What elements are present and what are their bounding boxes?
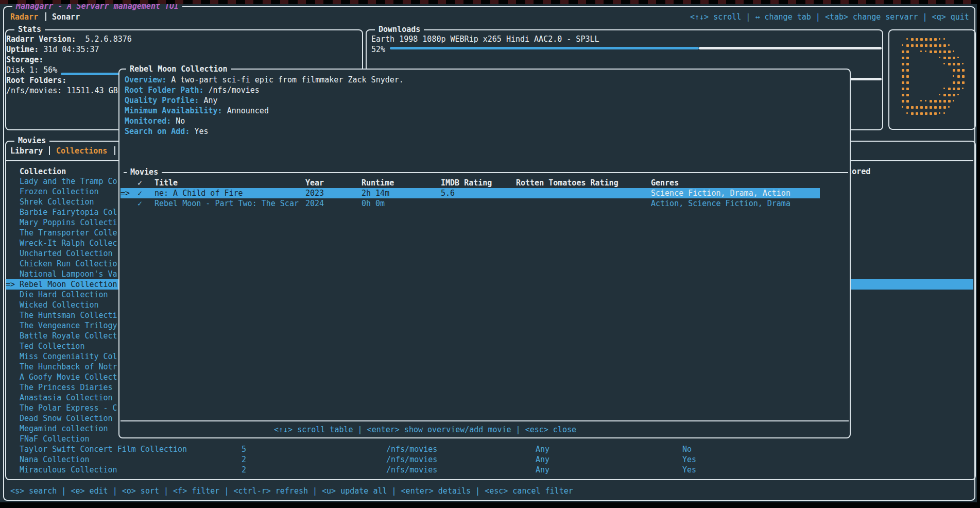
collection-list-item[interactable]: The Transporter Colle	[20, 228, 117, 238]
selected-movie-prefix: =>	[121, 188, 130, 198]
cell-root-folder: /nfs/movies	[386, 444, 437, 454]
collection-list-item[interactable]: Ted Collection	[20, 341, 84, 351]
collection-list-item[interactable]: Die Hard Collection	[20, 290, 108, 300]
cell-quality-profile: Any	[536, 465, 549, 475]
stats-version-label: Radarr Version:	[6, 35, 76, 44]
stats-version-value: 5.2.6.8376	[85, 35, 131, 44]
movie-row2-check: ✓	[137, 198, 142, 209]
stats-disk-line: Disk 1: 56%	[6, 65, 57, 75]
collection-list-item[interactable]: Dead Snow Collection	[20, 413, 113, 424]
tab-divider	[45, 12, 46, 21]
selected-collection-label[interactable]: Rebel Moon Collection	[20, 279, 117, 290]
cell-root-folder: /nfs/movies	[386, 465, 437, 475]
downloads-panel-title: Downloads	[375, 24, 424, 35]
movies-header-title: Title	[154, 178, 178, 188]
modal-field: Monitored:No	[125, 116, 185, 126]
modal-movies-rule	[124, 172, 848, 173]
collection-list-item[interactable]: Chicken Run Collectio	[20, 259, 117, 269]
tab-sonarr[interactable]: Sonarr	[52, 12, 80, 22]
movie-row2-year: 2024	[305, 198, 324, 209]
modal-field-label: Root Folder Path:	[125, 86, 204, 95]
modal-field-value: /nfs/movies	[209, 86, 260, 95]
modal-field-value: A two-part sci-fi epic from filmmaker Za…	[171, 75, 404, 84]
download-progressbar-empty	[699, 47, 882, 49]
cell-monitored: Yes	[682, 454, 696, 465]
modal-field-value: Announced	[227, 106, 269, 115]
selected-movie-genres: Science Fiction, Drama, Action	[651, 188, 790, 198]
selected-movie-imdb: 5.6	[441, 188, 455, 198]
modal-field-value: No	[176, 116, 185, 126]
movies-header-imdb: IMDB Rating	[441, 178, 492, 188]
selected-movie-title[interactable]: ne: A Child of Fire	[154, 188, 243, 198]
collection-list-item[interactable]: Frozen Collection	[20, 187, 99, 197]
cell-collection-name: Taylor Swift Concert Film Collection	[20, 444, 187, 454]
collection-list-item[interactable]: National Lampoon's Va	[20, 269, 117, 279]
collection-list-item[interactable]: Wreck-It Ralph Collec	[20, 238, 117, 248]
terminal-artifact-top	[0, 0, 980, 4]
selected-collection-prefix: =>	[6, 279, 15, 290]
collection-list-item[interactable]: Barbie Fairytopia Col	[20, 207, 117, 217]
cell-movie-count: 5	[242, 444, 246, 454]
modal-field: Root Folder Path:/nfs/movies	[125, 85, 260, 95]
terminal-artifact-bottom	[0, 502, 980, 508]
bottom-keybindings: <s> search | <e> edit | <o> sort | <f> f…	[10, 486, 573, 496]
tab-radarr[interactable]: Radarr	[10, 12, 38, 22]
disk-usage-gauge	[61, 73, 119, 75]
collection-details-modal: Rebel Moon Collection Overview:A two-par…	[118, 69, 851, 438]
movies-header-runtime: Runtime	[362, 178, 394, 188]
modal-field: Quality Profile:Any	[125, 95, 218, 106]
movies-header-genres: Genres	[651, 178, 679, 188]
stats-version-line: Radarr Version:5.2.6.8376	[6, 34, 132, 44]
managarr-tui-screen: Managarr - A Servarr management TUI <↑↓>…	[0, 0, 980, 508]
modal-field-label: Search on Add:	[125, 127, 190, 136]
collection-list-item[interactable]: The Polar Express - C	[20, 403, 117, 413]
modal-field: Search on Add:Yes	[125, 126, 209, 137]
collection-list-item[interactable]: FNaF Collection	[20, 434, 89, 444]
collection-list-item[interactable]: Anastasia Collection	[20, 393, 113, 403]
stats-storage-label: Storage:	[6, 55, 43, 65]
collection-list-item[interactable]: Wicked Collection	[20, 300, 99, 310]
stats-uptime-line: Uptime:31d 04:35:37	[6, 44, 99, 55]
stats-uptime-value: 31d 04:35:37	[43, 45, 99, 54]
modal-field-value: Yes	[194, 127, 208, 136]
collection-list-item[interactable]: The Hunchback of Notr	[20, 362, 117, 372]
tab-collections[interactable]: Collections	[56, 146, 107, 156]
cell-collection-name: Nana Collection	[20, 454, 89, 465]
modal-field-label: Minimum Availability:	[125, 106, 222, 115]
modal-field-label: Monitored:	[125, 116, 171, 126]
tab-library[interactable]: Library	[10, 146, 43, 156]
collection-list-item[interactable]: The Princess Diaries	[20, 382, 113, 393]
collection-list-item[interactable]: Megamind collection	[20, 424, 108, 434]
download-item-title: Earth 1998 1080p WEBRip x265 Hindi AAC2.…	[371, 34, 599, 44]
movies-header-check: ✓	[137, 178, 142, 188]
cell-quality-profile: Any	[536, 454, 549, 465]
modal-field-value: Any	[204, 96, 218, 105]
collection-list-item[interactable]: Lady and the Tramp Co	[20, 176, 117, 187]
collection-list-item[interactable]: Shrek Collection	[20, 197, 94, 207]
cell-movie-count: 2	[242, 465, 246, 475]
selected-movie-runtime: 2h 14m	[362, 188, 389, 198]
modal-title: Rebel Moon Collection	[126, 64, 231, 74]
modal-movies-section-title: Movies	[127, 167, 162, 177]
modal-keybindings: <↑↓> scroll table | <enter> show overvie…	[274, 425, 576, 435]
collection-list-item[interactable]: The Huntsman Collecti	[20, 310, 117, 320]
library-tab-divider	[49, 146, 50, 155]
column-header-collection: Collection	[20, 166, 66, 177]
cell-root-folder: /nfs/movies	[386, 454, 437, 465]
cell-movie-count: 2	[242, 454, 246, 465]
stats-panel-title: Stats	[14, 24, 45, 35]
stats-rootfolders-label: Root Folders:	[6, 75, 66, 86]
stats-uptime-label: Uptime:	[6, 45, 39, 54]
collection-list-item[interactable]: A Goofy Movie Collect	[20, 372, 117, 382]
movie-row2-title[interactable]: Rebel Moon - Part Two: The Scar	[154, 198, 299, 209]
collection-list-item[interactable]: Uncharted Collection	[20, 248, 113, 259]
collection-list-item[interactable]: Miss Congeniality Col	[20, 351, 117, 362]
collection-list-item[interactable]: Battle Royale Collect	[20, 331, 117, 341]
terminal-artifact-right	[977, 0, 980, 508]
download-percent-label: 52%	[371, 44, 385, 55]
collection-list-item[interactable]: The Vengeance Trilogy	[20, 320, 117, 331]
cell-monitored: Yes	[682, 465, 696, 475]
collection-list-item[interactable]: Mary Poppins Collecti	[20, 217, 117, 228]
top-keybindings: <↑↓> scroll | ↔ change tab | <tab> chang…	[690, 12, 969, 22]
stats-rootfolder-value: /nfs/movies: 11511.43 GB	[6, 86, 118, 96]
